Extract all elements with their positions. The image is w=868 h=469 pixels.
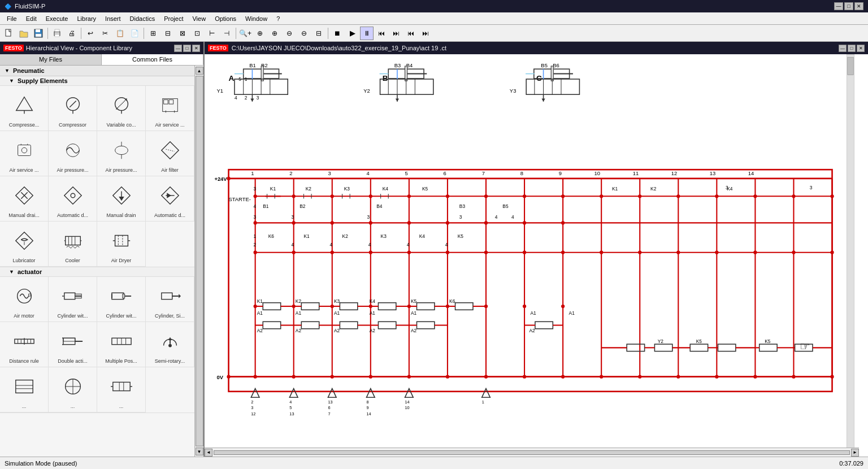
toolbar-align3[interactable]: ⊠ [176, 27, 189, 40]
library-maximize[interactable]: □ [183, 45, 191, 52]
toolbar-open[interactable] [17, 27, 31, 40]
lib-item-actuator-misc1[interactable]: ... [0, 367, 49, 412]
toolbar-zoom-fit[interactable]: ⊟ [312, 27, 326, 40]
toolbar-zoom-out[interactable]: ⊖ [283, 27, 296, 40]
toolbar-skip-fwd[interactable]: ⏭ [419, 27, 432, 40]
lib-item-air-filter[interactable]: Air filter [146, 131, 194, 176]
toolbar-skip-back[interactable]: ⏮ [404, 27, 418, 40]
toolbar-print2[interactable]: 🖨 [65, 27, 79, 40]
toolbar-align1[interactable]: ⊞ [146, 27, 160, 40]
svg-point-383 [676, 251, 680, 254]
lib-item-cylinder3[interactable]: Cylinder, Si... [146, 277, 194, 322]
lib-item-compressor[interactable]: Compressor [49, 86, 97, 131]
lib-item-variable-comp[interactable]: Variable co... [97, 86, 146, 131]
svg-text:4: 4 [292, 242, 294, 247]
svg-text:4: 4 [368, 242, 371, 247]
scroll-down-btn[interactable]: ▼ [196, 448, 203, 455]
lib-item-lubricator[interactable]: Lubricator [0, 222, 49, 267]
menu-options[interactable]: Options [210, 14, 241, 23]
lib-item-air-pressure[interactable]: Air pressure... [49, 131, 97, 176]
lib-item-air-dryer[interactable]: Air Dryer [97, 222, 146, 267]
maximize-button[interactable]: □ [844, 2, 853, 10]
svg-text:2: 2 [251, 399, 253, 405]
diagram-close[interactable]: ✕ [857, 45, 865, 52]
toolbar-zoom-in[interactable]: 🔍+ [238, 27, 252, 40]
tab-common-files[interactable]: Common Files [102, 54, 203, 65]
svg-point-379 [523, 251, 526, 254]
horizontal-scrollbar[interactable]: ◄ ► [205, 448, 859, 457]
toolbar-save[interactable] [32, 27, 45, 40]
lib-item-automatic-drain2[interactable]: Automatic d... [146, 176, 194, 222]
lib-item-double-actuator[interactable]: Double acti... [49, 322, 97, 367]
diagram-maximize[interactable]: □ [848, 45, 856, 52]
library-scrollbar[interactable]: ▲ ▼ [194, 66, 203, 457]
toolbar-copy[interactable]: 📋 [113, 27, 127, 40]
svg-rect-86 [15, 380, 32, 393]
lib-item-air-service2[interactable]: Air service ... [0, 131, 49, 176]
lib-item-air-motor[interactable]: Air motor [0, 277, 49, 322]
hscroll-right[interactable]: ► [851, 449, 859, 457]
menu-project[interactable]: Project [159, 14, 188, 23]
menu-file[interactable]: File [2, 14, 21, 23]
svg-point-391 [369, 305, 372, 308]
menu-help[interactable]: ? [272, 14, 284, 23]
library-close[interactable]: ✕ [192, 45, 200, 52]
lib-item-cylinder2[interactable]: Cylinder wit... [97, 277, 146, 322]
svg-rect-435 [847, 54, 854, 457]
lib-item-actuator-misc2[interactable]: ... [49, 367, 97, 412]
hscroll-left[interactable]: ◄ [205, 449, 212, 457]
menu-edit[interactable]: Edit [21, 14, 41, 23]
menu-window[interactable]: Window [241, 14, 272, 23]
lib-item-cylinder1[interactable]: Cylinder wit... [49, 277, 97, 322]
automatic-drain2-icon [159, 180, 181, 211]
lib-item-manual-drain2[interactable]: Manual drain [97, 176, 146, 222]
subsection-supply-elements[interactable]: ▼ Supply Elements [0, 76, 194, 86]
toolbar-paste[interactable]: 📄 [128, 27, 141, 40]
toolbar-new[interactable] [2, 27, 16, 40]
svg-rect-2 [36, 29, 40, 32]
toolbar-undo[interactable]: ↩ [84, 27, 97, 40]
lib-item-actuator-misc3[interactable]: ... [97, 367, 146, 412]
toolbar-pause[interactable]: ⏸ [360, 27, 374, 40]
menu-insert[interactable]: Insert [101, 14, 125, 23]
hscroll-thumb[interactable] [214, 450, 850, 455]
menu-library[interactable]: Library [72, 14, 101, 23]
menu-execute[interactable]: Execute [41, 14, 73, 23]
scroll-thumb[interactable] [196, 76, 203, 446]
close-button[interactable]: ✕ [854, 2, 863, 10]
diagram-minimize[interactable]: — [839, 45, 847, 52]
toolbar-align4[interactable]: ⊡ [190, 27, 204, 40]
toolbar-zoom-out2[interactable]: ⊖ [297, 27, 311, 40]
lib-item-manual-drain[interactable]: Manual drai... [0, 176, 49, 222]
lib-item-semi-rotary[interactable]: Semi-rotary... [146, 322, 194, 367]
lib-item-air-service[interactable]: Air service ... [146, 86, 194, 131]
lib-item-cooler[interactable]: Cooler [49, 222, 97, 267]
menu-view[interactable]: View [188, 14, 210, 23]
toolbar-stop[interactable]: ⏹ [331, 27, 344, 40]
section-pneumatic[interactable]: ▼ Pneumatic [0, 66, 194, 76]
diagram-canvas[interactable]: A B C B1 B2 Y1 [205, 54, 868, 457]
toolbar-step-fwd[interactable]: ⏭ [389, 27, 403, 40]
scroll-up-btn[interactable]: ▲ [196, 67, 203, 75]
toolbar-cut[interactable]: ✂ [98, 27, 112, 40]
toolbar-step-back[interactable]: ⏮ [375, 27, 388, 40]
toolbar-play[interactable]: ▶ [345, 27, 359, 40]
toolbar-print[interactable] [50, 27, 64, 40]
toolbar-zoom-in2[interactable]: ⊕ [253, 27, 267, 40]
lib-item-air-pressure2[interactable]: Air pressure... [97, 131, 146, 176]
library-scroll-area[interactable]: ▼ Pneumatic ▼ Supply Elements [0, 66, 194, 457]
toolbar-align2[interactable]: ⊟ [161, 27, 175, 40]
tab-my-files[interactable]: My Files [0, 54, 102, 65]
lib-item-multiple-pos[interactable]: Multiple Pos... [97, 322, 146, 367]
library-minimize[interactable]: — [174, 45, 182, 52]
pneumatic-arrow: ▼ [5, 68, 10, 73]
lib-item-compressor-tri[interactable]: Compresse... [0, 86, 49, 131]
toolbar-align6[interactable]: ⊣ [220, 27, 233, 40]
minimize-button[interactable]: — [834, 2, 843, 10]
lib-item-automatic-drain[interactable]: Automatic d... [49, 176, 97, 222]
toolbar-align5[interactable]: ⊢ [205, 27, 219, 40]
lib-item-distance-rule[interactable]: Distance rule [0, 322, 49, 367]
toolbar-zoom-in3[interactable]: ⊕ [268, 27, 281, 40]
menu-didactics[interactable]: Didactics [125, 14, 160, 23]
subsection-actuator[interactable]: ▼ actuator [0, 267, 194, 277]
